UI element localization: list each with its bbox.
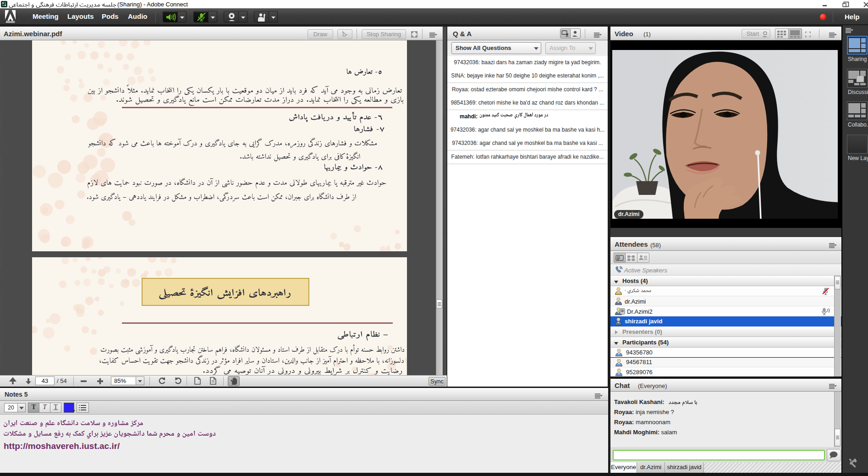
svg-text:Adobe: Adobe xyxy=(5,20,15,23)
